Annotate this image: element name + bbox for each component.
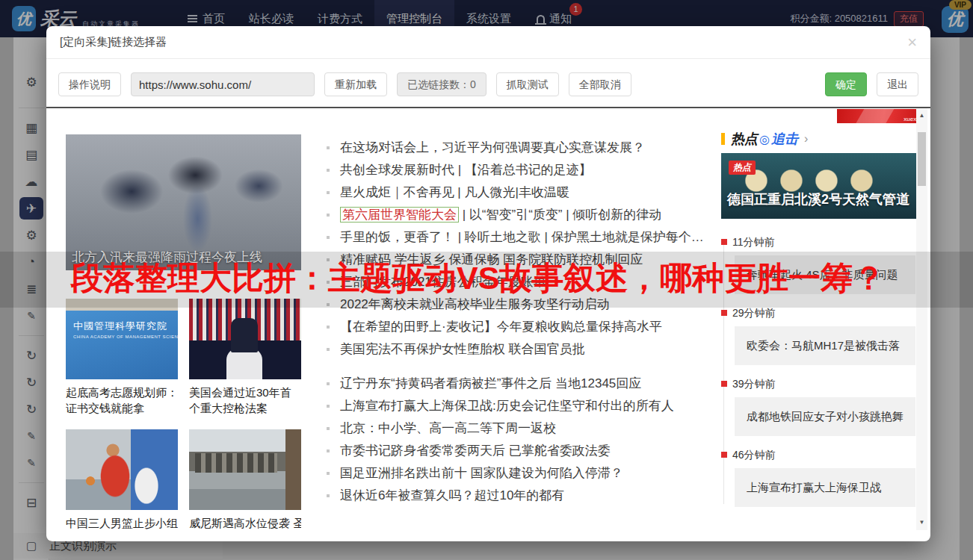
timeline-entry[interactable]: 11分钟前 奔驰车起火 4S店：非质量问题	[721, 235, 917, 294]
news-link-text: 三部门发布2021住房公积金年度账单	[340, 275, 546, 289]
news-link-text: 北京：中小学、高一高二等下周一返校	[340, 421, 556, 435]
url-input[interactable]	[131, 72, 315, 96]
hotspot-badge: 热点	[729, 161, 756, 175]
news-link[interactable]: 美国宪法不再保护女性堕胎权 联合国官员批	[325, 338, 714, 361]
photo-news-image	[66, 429, 178, 510]
news-link[interactable]: 辽宁丹东“持黄码者看病被拦”事件之后 当地12345回应	[325, 373, 714, 395]
hotspot-timeline: 11分钟前 奔驰车起火 4S店：非质量问题 29分钟前 欧委会：马航MH17是被…	[721, 235, 917, 507]
page-news-column: 在这场对话会上，习近平为何强调要真心实意谋发展？ 共创全球发展新时代 | 【沿着…	[325, 137, 714, 507]
timeline-entry[interactable]: 39分钟前 成都地铁回应女子对小孩跳艳舞	[721, 377, 917, 436]
help-button[interactable]: 操作说明	[58, 72, 121, 96]
news-link[interactable]: 北京：中小学、高一高二等下周一返校	[325, 417, 714, 440]
news-link[interactable]: 手里的饭，更香了！ | 聆听土地之歌 | 保护黑土地就是保护每个…	[325, 226, 714, 249]
scroll-down-icon[interactable]: ▼	[916, 517, 927, 529]
photo-card-grid: 中國管理科學研究院 CHINA ACADEMY OF MANAGEMENT SC…	[66, 299, 305, 530]
timeline-headline[interactable]: 欧委会：马航MH17是被俄击落	[735, 326, 915, 365]
timeline-headline[interactable]: 奔驰车起火 4S店：非质量问题	[735, 255, 915, 294]
timeline-timestamp: 11分钟前	[732, 235, 917, 249]
photo-news-image: 中國管理科學研究院 CHINA ACADEMY OF MANAGEMENT SC…	[66, 299, 178, 379]
link-selector-modal: [定向采集]链接选择器 × 操作说明 重新加载 已选链接数：0 抓取测试 全部取…	[46, 26, 930, 541]
timeline-timestamp: 29分钟前	[732, 306, 917, 320]
selected-links-counter: 已选链接数：0	[397, 72, 486, 96]
news-link[interactable]: 星火成炬｜不舍再见 | 凡人微光|丰收温暖	[325, 181, 714, 204]
photo-news-card[interactable]: 中国三人男篮止步小组赛	[66, 429, 178, 530]
news-link-text: 星火成炬｜不舍再见 | 凡人微光|丰收温暖	[340, 185, 569, 199]
news-link-text: 【在希望的田野上·麦收记】今年夏粮收购总量保持高水平	[340, 320, 662, 334]
reload-button[interactable]: 重新加载	[324, 72, 387, 96]
timeline-entry[interactable]: 29分钟前 欧委会：马航MH17是被俄击落	[721, 306, 917, 365]
scrollbar-thumb[interactable]	[918, 132, 926, 186]
page-scrollbar[interactable]: ▲ ▼	[916, 108, 927, 530]
ad-banner[interactable]: xuexi	[837, 109, 921, 123]
news-link-text: 上海宣布打赢大上海保卫战:历史会记住坚守和付出的所有人	[340, 399, 674, 413]
news-link[interactable]: 2022年离校未就业高校毕业生服务攻坚行动启动	[325, 293, 714, 316]
photo-news-caption: 中国三人男篮止步小组赛	[66, 515, 178, 530]
hotspot-title-blue: 追击	[771, 130, 798, 148]
news-link-text: 共创全球发展新时代 | 【沿着总书记的足迹】	[340, 163, 592, 177]
news-link[interactable]: 精准赋码 学生返乡 保通保畅 国务院联防联控机制回应	[325, 249, 714, 271]
sign-subtitle-text: CHINA ACADEMY OF MANAGEMENT SCIENCE	[73, 335, 178, 339]
featured-news-image[interactable]: 北方入汛来最强降雨过程今夜上线	[66, 134, 301, 270]
news-link[interactable]: 上海宣布打赢大上海保卫战:历史会记住坚守和付出的所有人	[325, 395, 714, 417]
photo-news-caption: 威尼斯遇高水位侵袭 圣	[189, 515, 301, 530]
photo-news-caption: 美国会通过近30年首个重大控枪法案	[189, 385, 301, 416]
hotspot-sidebar: 热点 ◎ 追击 › 热点 德国正重启北溪2号天然气管道 11分钟前 奔驰车起火 …	[721, 131, 917, 519]
news-link[interactable]: 国足亚洲排名跌出前十 国家队建设为何陷入停滞？	[325, 462, 714, 485]
news-list-group-1: 在这场对话会上，习近平为何强调要真心实意谋发展？ 共创全球发展新时代 | 【沿着…	[325, 137, 714, 361]
news-link-text: | 以“智变”引“质变” | 倾听创新的律动	[459, 208, 661, 222]
timeline-headline[interactable]: 成都地铁回应女子对小孩跳艳舞	[735, 397, 915, 436]
page-left-column: 北方入汛来最强降雨过程今夜上线 中國管理科學研究院 CHINA ACADEMY …	[66, 134, 301, 530]
target-icon: ◎	[759, 132, 770, 146]
confirm-button[interactable]: 确定	[825, 72, 867, 96]
news-link[interactable]: 【在希望的田野上·麦收记】今年夏粮收购总量保持高水平	[325, 316, 714, 338]
news-list-group-2: 辽宁丹东“持黄码者看病被拦”事件之后 当地12345回应 上海宣布打赢大上海保卫…	[325, 373, 714, 507]
news-link[interactable]: 在这场对话会上，习近平为何强调要真心实意谋发展？	[325, 137, 714, 159]
yellow-bar-icon	[721, 133, 725, 145]
news-link-text: 在这场对话会上，习近平为何强调要真心实意谋发展？	[340, 140, 645, 155]
grab-test-button[interactable]: 抓取测试	[496, 72, 559, 96]
photo-news-image	[189, 429, 301, 510]
photo-news-card[interactable]: 威尼斯遇高水位侵袭 圣	[189, 429, 301, 530]
photo-news-card[interactable]: 美国会通过近30年首个重大控枪法案	[189, 299, 301, 416]
news-link[interactable]: 共创全球发展新时代 | 【沿着总书记的足迹】	[325, 159, 714, 181]
news-link-text: 国足亚洲排名跌出前十 国家队建设为何陷入停滞？	[340, 466, 623, 480]
news-link-text: 辽宁丹东“持黄码者看病被拦”事件之后 当地12345回应	[340, 376, 641, 391]
news-link[interactable]: 第六届世界智能大会 | 以“智变”引“质变” | 倾听创新的律动	[325, 204, 714, 226]
news-group-gap	[325, 361, 714, 373]
news-link[interactable]: 三部门发布2021住房公积金年度账单	[325, 271, 714, 293]
timeline-timestamp: 46分钟前	[732, 448, 917, 461]
scroll-up-icon[interactable]: ▲	[916, 110, 927, 122]
close-icon[interactable]: ×	[907, 34, 917, 51]
exit-button[interactable]: 退出	[877, 72, 918, 96]
news-link-text: 手里的饭，更香了！ | 聆听土地之歌 | 保护黑土地就是保护每个…	[340, 230, 704, 244]
news-link-text: 退休近6年被查算久吗？超过10年的都有	[340, 488, 564, 503]
news-link-text: 精准赋码 学生返乡 保通保畅 国务院联防联控机制回应	[340, 252, 643, 267]
hotspot-header[interactable]: 热点 ◎ 追击 ›	[721, 131, 917, 147]
photo-news-image	[189, 299, 301, 379]
modal-header: [定向采集]链接选择器 ×	[46, 26, 930, 59]
modal-toolbar: 操作说明 重新加载 已选链接数：0 抓取测试 全部取消 确定 退出	[58, 72, 918, 97]
timeline-entry[interactable]: 46分钟前 上海宣布打赢大上海保卫战	[721, 448, 917, 507]
sign-title-text: 中國管理科學研究院	[73, 320, 167, 333]
featured-image-caption: 北方入汛来最强降雨过程今夜上线	[72, 249, 262, 266]
embedded-webpage: xuexi 北方入汛来最强降雨过程今夜上线 中國管理科學研究院 CHINA AC…	[46, 107, 930, 530]
news-link[interactable]: 退休近6年被查算久吗？超过10年的都有	[325, 485, 714, 507]
hotspot-featured-caption: 德国正重启北溪2号天然气管道	[727, 190, 909, 208]
hotspot-title-black: 热点	[731, 130, 758, 148]
photo-news-caption: 起底高考志愿规划师：证书交钱就能拿	[66, 385, 178, 416]
modal-title: [定向采集]链接选择器	[60, 35, 167, 49]
timeline-timestamp: 39分钟前	[732, 377, 917, 391]
timeline-headline[interactable]: 上海宣布打赢大上海保卫战	[735, 468, 915, 507]
news-link-text: 美国宪法不再保护女性堕胎权 联合国官员批	[340, 342, 585, 356]
news-link-text: 2022年离校未就业高校毕业生服务攻坚行动启动	[340, 297, 610, 311]
news-link[interactable]: 市委书记跻身省委常委两天后 已掌舵省委政法委	[325, 440, 714, 462]
highlighted-news-link[interactable]: 第六届世界智能大会	[340, 207, 459, 223]
cancel-all-button[interactable]: 全部取消	[569, 72, 631, 96]
hotspot-featured-image[interactable]: 热点 德国正重启北溪2号天然气管道	[721, 153, 916, 219]
news-link-text: 市委书记跻身省委常委两天后 已掌舵省委政法委	[340, 444, 611, 458]
photo-news-card[interactable]: 中國管理科學研究院 CHINA ACADEMY OF MANAGEMENT SC…	[66, 299, 178, 416]
chevron-right-icon: ›	[804, 132, 808, 146]
